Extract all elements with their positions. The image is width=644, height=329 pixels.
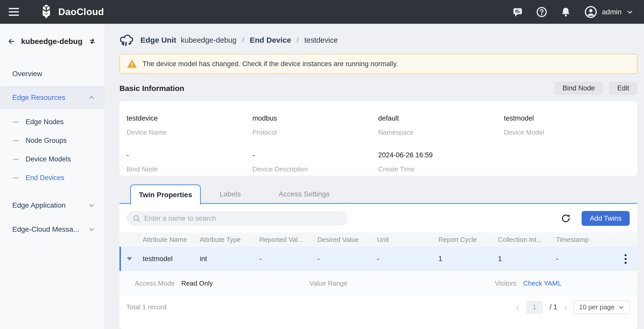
check-yaml-link[interactable]: Check YAML [523,279,561,287]
sidebar-item-node-groups[interactable]: Node Groups [0,131,105,150]
back-arrow-icon[interactable] [8,36,15,46]
column-header-report-cycle: Report Cycle [435,232,494,247]
username: admin [602,8,621,16]
expand-column-header [119,232,139,247]
field-device-name: testdevice Device Name [127,114,250,136]
cell-reported-value: - [256,255,314,263]
twin-properties-panel: Add Twins Attribute Name Attribute Type … [119,204,637,329]
main-content: Edge Unit kubeedge-debug / End Device / … [105,24,644,329]
field-empty [504,151,627,173]
field-create-time: 2024-06-26 16:59 Create Time [378,151,502,173]
help-icon[interactable] [536,6,547,18]
dash-icon [13,159,19,160]
chevron-down-icon [626,8,634,16]
breadcrumb-unit[interactable]: kubeedge-debug [181,36,237,44]
cell-collection-interval: 1 [494,255,552,263]
menu-toggle-icon[interactable] [9,7,20,17]
bind-node-button[interactable]: Bind Node [554,81,603,95]
sidebar-group-edge-application[interactable]: Edge Application [0,193,105,217]
brand-logo[interactable]: DaoCloud [38,4,104,20]
tab-twin-properties[interactable]: Twin Properties [130,184,201,205]
warning-message: The device model has changed. Check if t… [142,60,398,68]
top-navigation-bar: DaoCloud [0,0,644,24]
pagination: ‹ / 1 › 10 per page [516,300,630,314]
messages-icon[interactable] [512,6,523,18]
field-device-description: - Device Description [252,151,376,173]
topbar-actions: admin [512,5,634,19]
chevron-up-icon [88,94,95,101]
brand-name: DaoCloud [58,7,104,17]
column-header-attribute-type: Attribute Type [196,232,256,247]
page-size-select[interactable]: 10 per page [574,300,630,314]
add-twins-button[interactable]: Add Twins [582,211,630,226]
tab-access-settings[interactable]: Access Settings [260,184,349,204]
app-root: DaoCloud [0,0,644,329]
warning-icon [127,59,137,69]
basic-information-card: testdevice Device Name modbus Protocol d… [119,101,637,176]
field-protocol: modbus Protocol [252,114,376,136]
refresh-icon[interactable] [560,212,572,225]
breadcrumb-separator: / [242,36,244,44]
breadcrumb-separator: / [297,36,299,44]
dash-icon [13,178,19,179]
section-title: Basic Information [119,84,554,93]
page-number-input[interactable] [526,301,543,314]
chevron-down-icon [88,202,95,209]
column-header-unit: Unit [373,232,435,247]
column-header-collection-interval: Collection Int... [494,232,552,247]
field-bind-node: - Bind Node [127,151,250,173]
search-input[interactable] [144,215,342,222]
column-header-desired-value: Desired Value [314,232,373,247]
chevron-down-icon [618,304,625,311]
edge-unit-title: kubeedge-debug [21,37,82,46]
sidebar-subgroup: Edge Nodes Node Groups Device Models End… [0,109,105,189]
sidebar-group-edge-resources[interactable]: Edge Resources [0,86,105,109]
tab-bar: Twin Properties Labels Access Settings [119,184,637,204]
breadcrumb-section: Edge Unit [140,36,176,44]
page-count: / 1 [550,303,557,311]
row-expanded-details: Access Mode Read Only Value Range Visito… [119,271,637,296]
breadcrumb-device-name: testdevice [304,36,338,44]
daocloud-logo-icon [38,4,54,20]
sidebar-header: kubeedge-debug [0,24,105,52]
column-header-reported-value: Reported Val... [256,232,314,247]
cell-attribute-type: int [196,255,256,263]
table-header: Attribute Name Attribute Type Reported V… [119,232,637,247]
edit-button[interactable]: Edit [609,81,637,95]
sidebar: kubeedge-debug Overview Edge Resources [0,24,105,329]
warning-banner: The device model has changed. Check if t… [119,54,637,74]
total-records: Total 1 record [126,303,516,311]
table-row: testmodel int - - - 1 1 - [119,247,637,271]
chevron-down-icon [88,226,95,233]
switch-unit-icon[interactable] [89,36,96,46]
field-namespace: default Namespace [378,114,502,136]
user-menu[interactable]: admin [584,5,634,19]
tab-labels[interactable]: Labels [201,184,260,204]
basic-information-header: Basic Information Bind Node Edit [119,81,637,95]
sidebar-item-edge-nodes[interactable]: Edge Nodes [0,113,105,131]
sidebar-item-device-models[interactable]: Device Models [0,150,105,169]
detail-visitors: Visitors Check YAML [495,279,561,287]
cell-report-cycle: 1 [435,255,494,263]
notifications-bell-icon[interactable] [560,6,571,18]
previous-page-icon[interactable]: ‹ [516,302,519,312]
breadcrumb-category[interactable]: End Device [250,36,291,44]
breadcrumb: Edge Unit kubeedge-debug / End Device / … [119,30,637,50]
sidebar-item-end-devices[interactable]: End Devices [0,169,105,187]
row-actions-menu-icon[interactable] [623,253,628,265]
cell-unit: - [373,255,435,263]
next-page-icon[interactable]: › [564,302,567,312]
table-footer: Total 1 record ‹ / 1 › 10 per page [119,296,637,318]
sidebar-item-overview[interactable]: Overview [0,62,105,86]
detail-value-range: Value Range [309,279,495,287]
cell-desired-value: - [314,255,373,263]
dash-icon [13,122,19,123]
sidebar-group-edge-cloud-message[interactable]: Edge-Cloud Messa... [0,217,105,241]
table-toolbar: Add Twins [119,204,637,232]
detail-access-mode: Access Mode Read Only [135,279,309,287]
cell-attribute-name: testmodel [139,255,196,263]
avatar [584,5,597,19]
search-box [126,211,348,226]
field-device-model: testmodel Device Model [504,114,627,136]
collapse-row-icon[interactable] [127,257,132,261]
